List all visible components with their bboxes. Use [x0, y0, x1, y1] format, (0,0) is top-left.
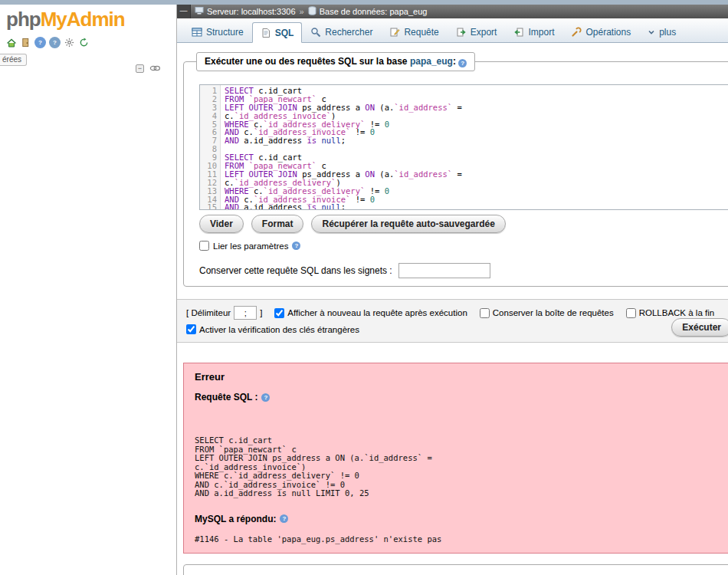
- bind-params-label: Lier les paramètres: [213, 242, 288, 251]
- import-icon: [513, 27, 524, 38]
- delimiter-input[interactable]: [234, 306, 257, 320]
- editor-code[interactable]: SELECT c.id_cartFROM `papa_newcart` cLEF…: [221, 85, 462, 209]
- tab-label: Structure: [206, 27, 244, 38]
- error-sql-label: Requête SQL :: [195, 392, 257, 402]
- tab-label: Rechercher: [325, 27, 372, 38]
- navigation-sidebar: phpMyAdmin érées −: [0, 5, 176, 575]
- breadcrumb-database-label: Base de données: papa_eug: [320, 7, 428, 16]
- breadcrumb-database[interactable]: Base de données: papa_eug: [304, 6, 431, 17]
- database-icon: [308, 6, 316, 17]
- tab-plus[interactable]: plus: [639, 21, 684, 42]
- tab-structure[interactable]: Structure: [183, 21, 252, 42]
- delimiter-label-open: [ Délimiteur: [186, 308, 231, 317]
- collapse-all-icon[interactable]: −: [136, 64, 144, 73]
- editor-buttons-row: Vider Format Récupérer la requête auto-s…: [199, 215, 728, 233]
- help-icon[interactable]: [292, 242, 300, 250]
- query-icon: [389, 27, 400, 38]
- sidebar-toolbar: [0, 31, 176, 48]
- tab-export[interactable]: Export: [448, 21, 506, 42]
- server-icon: [195, 6, 204, 17]
- search-icon: [310, 27, 321, 38]
- export-icon: [456, 27, 467, 38]
- operations-icon: [571, 27, 582, 38]
- query-options-bar: [ Délimiteur ] Afficher à nouveau la req…: [177, 299, 728, 343]
- error-sql-label-row: Requête SQL :: [195, 392, 728, 402]
- help-icon[interactable]: [34, 37, 46, 48]
- query-form-legend: Exécuter une ou des requêtes SQL sur la …: [196, 52, 475, 71]
- tab-rechercher[interactable]: Rechercher: [302, 21, 381, 42]
- collapsed-panel-tab[interactable]: érées: [0, 54, 27, 66]
- next-section-stub: [183, 564, 728, 575]
- show-query-option[interactable]: Afficher à nouveau la requête après exéc…: [274, 308, 467, 318]
- tab-requête[interactable]: Requête: [381, 21, 447, 42]
- bookmark-input[interactable]: [398, 263, 490, 278]
- editor-line-numbers: 123456789101112131415: [200, 85, 221, 209]
- link-icon[interactable]: [149, 61, 161, 75]
- main-panel: — Serveur: localhost:3306 » Base de donn…: [176, 5, 728, 575]
- breadcrumb-server-label: Serveur: localhost:3306: [207, 7, 296, 16]
- tab-label: plus: [659, 27, 676, 38]
- tab-label: Import: [528, 27, 554, 38]
- bind-params-checkbox[interactable]: [199, 241, 209, 251]
- tab-label: Export: [471, 27, 497, 38]
- rollback-checkbox[interactable]: [626, 308, 636, 318]
- database-link[interactable]: papa_eug: [410, 56, 453, 67]
- fk-check-option[interactable]: Activer la vérification des clés étrangè…: [186, 324, 359, 334]
- logo-myadmin: MyAdmin: [41, 8, 125, 31]
- console-collapse-icon[interactable]: —: [177, 5, 191, 18]
- recover-query-button[interactable]: Récupérer la requête auto-sauvegardée: [311, 215, 505, 233]
- bind-parameters-row: Lier les paramètres: [199, 241, 728, 251]
- structure-icon: [192, 27, 202, 38]
- retain-querybox-checkbox[interactable]: [480, 308, 490, 318]
- tab-opérations[interactable]: Opérations: [562, 21, 639, 42]
- tab-import[interactable]: Import: [505, 21, 562, 42]
- home-icon[interactable]: [5, 37, 17, 48]
- sql-icon: [261, 28, 271, 38]
- bookmark-row: Conserver cette requête SQL dans les sig…: [199, 263, 728, 278]
- chevron-down-icon: [648, 28, 655, 36]
- help-icon[interactable]: [261, 393, 270, 402]
- tab-label: Opérations: [585, 27, 631, 38]
- tab-label: Requête: [404, 27, 438, 38]
- error-sql: SELECT c.id_cart FROM `papa_newcart` c L…: [195, 436, 728, 498]
- breadcrumb-server[interactable]: Serveur: localhost:3306: [191, 6, 300, 17]
- info-icon[interactable]: [49, 37, 61, 48]
- options-row-1: [ Délimiteur ] Afficher à nouveau la req…: [186, 306, 728, 320]
- rollback-option[interactable]: ROLLBACK à la fin: [626, 308, 714, 318]
- show-query-checkbox[interactable]: [274, 308, 284, 318]
- clear-button[interactable]: Vider: [199, 215, 244, 233]
- tab-bar: StructureSQLRechercherRequêteExportImpor…: [177, 18, 728, 43]
- options-row-2: Activer la vérification des clés étrangè…: [186, 324, 728, 334]
- delimiter-label-close: ]: [260, 308, 262, 317]
- logo-php: php: [6, 8, 41, 31]
- bookmark-label: Conserver cette requête SQL dans les sig…: [199, 265, 392, 276]
- phpmyadmin-logo[interactable]: phpMyAdmin: [0, 5, 176, 31]
- mysql-response-label-row: MySQL a répondu:: [195, 514, 728, 524]
- fk-check-checkbox[interactable]: [186, 324, 196, 334]
- tab-label: SQL: [275, 28, 294, 38]
- legend-text: Exécuter une ou des requêtes SQL sur la …: [205, 56, 408, 67]
- refresh-icon[interactable]: [78, 37, 90, 48]
- mysql-response-label: MySQL a répondu:: [195, 514, 276, 524]
- sql-code-editor[interactable]: 123456789101112131415 SELECT c.id_cartFR…: [199, 84, 728, 210]
- help-icon[interactable]: [280, 514, 288, 523]
- settings-icon[interactable]: [64, 37, 75, 48]
- help-icon[interactable]: [458, 59, 467, 67]
- nav-panel-controls: −: [136, 61, 161, 75]
- format-button[interactable]: Format: [251, 215, 304, 233]
- retain-querybox-option[interactable]: Conserver la boîte de requêtes: [480, 308, 614, 318]
- execute-button[interactable]: Exécuter: [671, 318, 728, 337]
- sql-query-form: Exécuter une ou des requêtes SQL sur la …: [183, 61, 728, 287]
- mysql-error-message: #1146 - La table 'papa_eug.ps_address' n…: [195, 534, 728, 544]
- error-box: Erreur Requête SQL : SELECT c.id_cart FR…: [183, 363, 728, 554]
- tab-sql[interactable]: SQL: [252, 22, 303, 43]
- legend-colon: :: [453, 56, 456, 67]
- logout-icon[interactable]: [20, 37, 31, 48]
- error-title: Erreur: [195, 371, 728, 383]
- breadcrumb: — Serveur: localhost:3306 » Base de donn…: [177, 5, 728, 18]
